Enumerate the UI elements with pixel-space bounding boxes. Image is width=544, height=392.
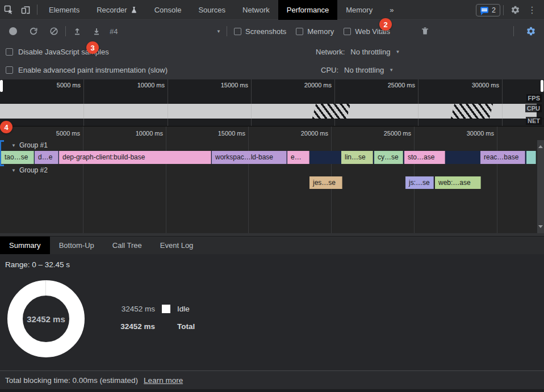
network-label: Network: bbox=[316, 48, 345, 56]
cpu-hatched-region bbox=[312, 104, 350, 119]
overview-gridline bbox=[334, 79, 335, 126]
memory-checkbox[interactable] bbox=[296, 28, 303, 35]
more-options-icon[interactable]: ⋮ bbox=[524, 2, 541, 19]
flame-bar-e[interactable]: e… bbox=[287, 151, 309, 164]
tab-label: Memory bbox=[346, 6, 373, 14]
cpu-throttling-control: CPU: No throttling ▼ bbox=[321, 66, 394, 74]
device-toolbar-icon[interactable] bbox=[17, 1, 34, 18]
overview-tick-label: 15000 ms bbox=[194, 82, 248, 88]
web-vitals-checkbox[interactable] bbox=[344, 28, 351, 35]
flame-bar-dep-graph-client-build-base[interactable]: dep-graph-client:build-base bbox=[59, 151, 211, 164]
panel-tab-strip: ElementsRecorderConsoleSourcesNetworkPer… bbox=[40, 0, 402, 20]
step-badge-2[interactable]: 2 bbox=[379, 18, 392, 31]
recording-session-select[interactable]: #4 ▼ bbox=[110, 27, 221, 36]
capture-settings-gear-icon[interactable] bbox=[522, 23, 539, 40]
triangle-collapse-icon[interactable]: ▼ bbox=[11, 168, 16, 173]
message-count: 2 bbox=[492, 6, 496, 14]
flame-bar-jes-se[interactable]: jes…se bbox=[309, 176, 342, 189]
flame-bar-tao-se[interactable]: tao…se bbox=[1, 151, 34, 164]
overview-tick-label: 25000 ms bbox=[361, 82, 415, 88]
checkbox-label: Memory bbox=[307, 27, 334, 36]
timeline-overview[interactable]: 5000 ms10000 ms15000 ms20000 ms25000 ms3… bbox=[0, 79, 544, 126]
flame-chart[interactable]: 5000 ms10000 ms15000 ms20000 ms25000 ms3… bbox=[0, 126, 544, 236]
divider bbox=[65, 26, 66, 36]
tab-label: Console bbox=[154, 6, 182, 14]
net-lane-label: NET bbox=[526, 117, 542, 125]
overview-net-lane bbox=[0, 119, 544, 126]
group-header-group-2[interactable]: ▼Group #2 bbox=[11, 166, 48, 174]
step-badge-3[interactable]: 3 bbox=[86, 41, 99, 54]
triangle-collapse-icon[interactable]: ▼ bbox=[11, 143, 16, 148]
legend-swatch bbox=[162, 305, 170, 313]
tab-network[interactable]: Network bbox=[234, 0, 278, 20]
group-header-group-1[interactable]: ▼Group #1 bbox=[11, 141, 48, 149]
legend-value: 32452 ms bbox=[116, 305, 155, 313]
scroll-up-icon[interactable] bbox=[538, 143, 543, 148]
details-tab-call-tree[interactable]: Call Tree bbox=[103, 237, 151, 254]
overview-gridline bbox=[83, 79, 84, 126]
capture-option-memory[interactable]: Memory bbox=[296, 27, 334, 36]
overview-gridline bbox=[502, 79, 503, 126]
record-button[interactable] bbox=[5, 23, 22, 40]
flame-bar-reac-base[interactable]: reac…base bbox=[480, 151, 525, 164]
tab-sources[interactable]: Sources bbox=[190, 0, 234, 20]
flame-bar-d-e[interactable]: d…e bbox=[35, 151, 58, 164]
js-samples-setting-row: Disable JavaScript samples Network: No t… bbox=[0, 43, 544, 61]
overview-right-handle[interactable] bbox=[541, 80, 543, 92]
details-tab-bottom-up[interactable]: Bottom-Up bbox=[50, 237, 103, 254]
advanced-paint-checkbox[interactable] bbox=[6, 66, 13, 74]
chat-bubble-icon bbox=[480, 7, 488, 13]
overview-left-handle[interactable] bbox=[0, 80, 3, 92]
flame-bar-lin-se[interactable]: lin…se bbox=[341, 151, 373, 164]
network-throttling-select[interactable]: No throttling ▼ bbox=[350, 48, 400, 56]
legend-label: Total bbox=[177, 322, 195, 331]
range-label: Range: 0 – 32.45 s bbox=[5, 260, 70, 269]
reload-and-record-icon[interactable] bbox=[25, 23, 42, 40]
flame-bar-web-ase[interactable]: web:…ase bbox=[435, 176, 481, 189]
screenshots-checkbox[interactable] bbox=[234, 28, 241, 35]
tab-performance[interactable]: Performance bbox=[278, 0, 337, 20]
tab-label: Performance bbox=[287, 6, 329, 14]
flame-bar-workspac-ld-base[interactable]: workspac…ld-base bbox=[212, 151, 287, 164]
learn-more-link[interactable]: Learn more bbox=[144, 376, 183, 385]
chevron-down-icon: ▼ bbox=[216, 29, 221, 34]
flame-bar-item[interactable] bbox=[526, 151, 536, 164]
tab-recorder[interactable]: Recorder bbox=[88, 0, 145, 20]
toolbar-right bbox=[510, 20, 539, 43]
tab-elements[interactable]: Elements bbox=[40, 0, 88, 20]
settings-gear-icon[interactable] bbox=[507, 2, 524, 19]
vertical-scrollbar[interactable] bbox=[537, 140, 544, 233]
flame-tick-label: 10000 ms bbox=[109, 130, 163, 137]
inspect-element-icon[interactable] bbox=[0, 1, 17, 18]
console-messages-badge[interactable]: 2 bbox=[476, 4, 500, 16]
delete-recording-icon[interactable] bbox=[416, 23, 433, 40]
save-profile-icon[interactable] bbox=[88, 23, 105, 40]
tab-console[interactable]: Console bbox=[146, 0, 190, 20]
cpu-hatched-region bbox=[451, 104, 493, 119]
details-tab-summary[interactable]: Summary bbox=[0, 237, 50, 254]
checkbox-label: Screenshots bbox=[245, 27, 286, 36]
chevron-down-icon: ▼ bbox=[395, 49, 400, 54]
flame-bar-js-se[interactable]: js:…se bbox=[405, 176, 434, 189]
cpu-throttling-select[interactable]: No throttling ▼ bbox=[344, 66, 394, 74]
scroll-down-icon[interactable] bbox=[538, 225, 543, 230]
session-label: #4 bbox=[110, 27, 118, 36]
capture-option-screenshots[interactable]: Screenshots bbox=[234, 27, 286, 36]
details-tab-event-log[interactable]: Event Log bbox=[151, 237, 203, 254]
flame-bar-cy-se[interactable]: cy…se bbox=[374, 151, 403, 164]
flame-bar-sto-ase[interactable]: sto…ase bbox=[404, 151, 445, 164]
paint-instrumentation-setting-row: Enable advanced paint instrumentation (s… bbox=[0, 61, 544, 79]
flame-gridline bbox=[166, 127, 166, 233]
flame-tick-label: 15000 ms bbox=[191, 130, 245, 137]
flame-tick-label: 30000 ms bbox=[440, 130, 494, 137]
preview-flask-icon bbox=[131, 6, 137, 14]
disable-js-samples-checkbox[interactable] bbox=[6, 48, 13, 56]
legend-value: 32452 ms bbox=[116, 322, 155, 331]
overview-tick-label: 30000 ms bbox=[445, 82, 499, 88]
tab-memory[interactable]: Memory bbox=[337, 0, 381, 20]
summary-pane: Range: 0 – 32.45 s 32452 ms 32452 msIdle… bbox=[0, 254, 544, 370]
clear-recording-icon[interactable] bbox=[45, 23, 62, 40]
load-profile-icon[interactable] bbox=[69, 23, 86, 40]
tab-item[interactable]: » bbox=[381, 0, 402, 20]
step-badge-4[interactable]: 4 bbox=[0, 121, 12, 133]
